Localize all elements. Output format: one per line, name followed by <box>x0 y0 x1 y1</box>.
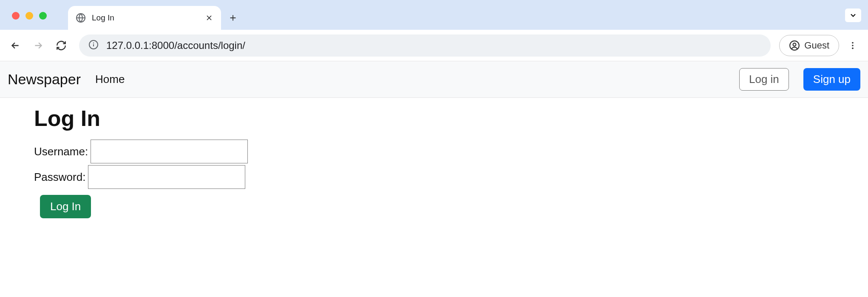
globe-icon <box>76 13 86 23</box>
username-label: Username: <box>34 145 88 158</box>
username-row: Username: <box>34 140 834 163</box>
page-title: Log In <box>34 106 834 131</box>
password-input[interactable] <box>88 165 245 189</box>
page-body: Log In Username: Password: Log In <box>0 98 868 226</box>
svg-point-6 <box>852 45 854 46</box>
username-input[interactable] <box>91 140 248 163</box>
window-minimize-icon[interactable] <box>26 12 33 20</box>
svg-point-7 <box>852 47 854 49</box>
window-controls <box>12 12 47 20</box>
nav-signup-button[interactable]: Sign up <box>803 68 860 91</box>
window-close-icon[interactable] <box>12 12 20 20</box>
brand[interactable]: Newspaper <box>8 71 81 88</box>
password-label: Password: <box>34 171 85 184</box>
login-submit-button[interactable]: Log In <box>40 195 91 218</box>
back-button[interactable] <box>6 36 25 55</box>
svg-point-2 <box>93 42 94 43</box>
nav-link-home[interactable]: Home <box>95 73 125 86</box>
address-bar[interactable]: 127.0.0.1:8000/accounts/login/ <box>79 34 771 57</box>
profile-label: Guest <box>804 40 829 51</box>
browser-tabstrip: Log In <box>0 0 868 30</box>
browser-tab[interactable]: Log In <box>68 6 221 30</box>
forward-button[interactable] <box>29 36 48 55</box>
password-row: Password: <box>34 165 834 189</box>
close-icon[interactable] <box>205 14 213 22</box>
site-info-icon[interactable] <box>88 40 99 51</box>
profile-button[interactable]: Guest <box>779 35 839 56</box>
overflow-menu-button[interactable] <box>843 36 862 55</box>
tab-title: Log In <box>92 13 199 23</box>
nav-login-button[interactable]: Log in <box>739 68 789 91</box>
url-text: 127.0.0.1:8000/accounts/login/ <box>106 40 245 51</box>
tab-search-button[interactable] <box>845 9 861 22</box>
new-tab-button[interactable] <box>224 9 242 27</box>
svg-point-4 <box>793 43 796 46</box>
window-maximize-icon[interactable] <box>39 12 47 20</box>
browser-toolbar: 127.0.0.1:8000/accounts/login/ Guest <box>0 30 868 61</box>
site-navbar: Newspaper Home Log in Sign up <box>0 61 868 98</box>
submit-wrap: Log In <box>40 195 834 218</box>
reload-button[interactable] <box>52 36 71 55</box>
svg-point-5 <box>852 42 854 43</box>
